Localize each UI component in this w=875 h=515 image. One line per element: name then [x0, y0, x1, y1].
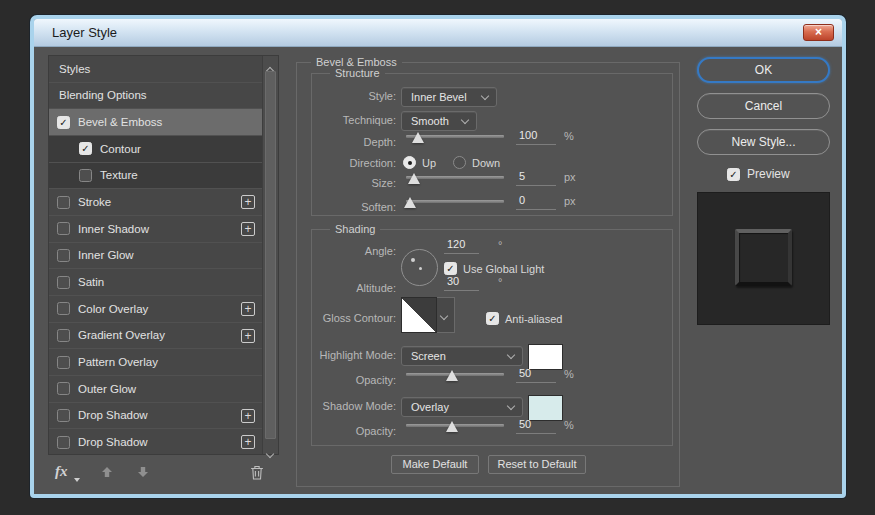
style-list-item[interactable]: Styles [49, 56, 262, 83]
list-scrollbar[interactable] [262, 56, 278, 454]
style-list-item[interactable]: Drop Shadow+ [49, 403, 262, 430]
effect-checkbox[interactable] [57, 356, 70, 369]
scroll-down-icon[interactable] [267, 443, 277, 453]
highlight-opacity-slider[interactable] [406, 367, 504, 381]
style-list-item[interactable]: Texture [49, 163, 262, 190]
style-list-item[interactable]: Blending Options [49, 83, 262, 110]
style-list-item[interactable]: Stroke+ [49, 189, 262, 216]
gloss-contour-thumbnail[interactable] [401, 297, 437, 333]
direction-down-radio[interactable] [453, 156, 466, 169]
ok-button[interactable]: OK [697, 57, 830, 83]
move-effect-up-icon[interactable] [100, 465, 114, 483]
style-list-item[interactable]: Outer Glow [49, 376, 262, 403]
use-global-light-checkbox[interactable]: ✓ [444, 262, 457, 275]
shadow-opacity-slider[interactable] [406, 418, 504, 432]
titlebar[interactable]: Layer Style × [34, 19, 842, 47]
gloss-contour-picker[interactable] [437, 297, 455, 333]
style-list-item[interactable]: Inner Glow [49, 243, 262, 270]
soften-input[interactable]: 0 [516, 194, 556, 210]
close-icon[interactable]: × [803, 24, 834, 41]
style-select[interactable]: Inner Bevel [401, 87, 497, 107]
shadow-mode-label: Shadow Mode: [302, 400, 396, 412]
add-effect-instance-icon[interactable]: + [241, 409, 255, 423]
style-list-item[interactable]: Drop Shadow+ [49, 429, 262, 454]
effect-checkbox[interactable] [79, 169, 92, 182]
effect-checkbox[interactable] [57, 302, 70, 315]
add-effect-instance-icon[interactable]: + [241, 195, 255, 209]
slider-thumb[interactable] [412, 132, 424, 143]
size-unit: px [564, 171, 576, 183]
move-effect-down-icon[interactable] [136, 465, 150, 483]
effect-checkbox[interactable] [57, 329, 70, 342]
delete-effect-icon[interactable] [250, 465, 264, 484]
effect-label: Inner Glow [78, 249, 134, 261]
slider-thumb[interactable] [404, 197, 416, 208]
fx-menu-button[interactable]: fx [55, 463, 68, 480]
style-list-item[interactable]: Color Overlay+ [49, 296, 262, 323]
style-list-item[interactable]: Satin [49, 269, 262, 296]
effect-label: Pattern Overlay [78, 356, 158, 368]
slider-thumb[interactable] [446, 370, 458, 381]
altitude-unit: ° [498, 276, 502, 288]
depth-input[interactable]: 100 [516, 129, 556, 145]
opacity2-unit: % [564, 419, 574, 431]
anti-aliased-checkbox[interactable]: ✓ [486, 312, 499, 325]
size-input[interactable]: 5 [516, 170, 556, 186]
structure-legend: Structure [330, 67, 385, 79]
soften-slider[interactable] [406, 194, 504, 208]
effect-label: Bevel & Emboss [78, 116, 162, 128]
effect-checkbox[interactable] [57, 249, 70, 262]
preview-checkbox[interactable]: ✓ [727, 168, 740, 181]
add-effect-instance-icon[interactable]: + [241, 302, 255, 316]
effect-checkbox[interactable] [57, 436, 70, 449]
highlight-opacity-input[interactable]: 50 [516, 367, 556, 383]
size-label: Size: [302, 177, 396, 189]
altitude-input[interactable]: 30 [444, 275, 479, 291]
angle-dial[interactable] [401, 249, 438, 286]
depth-unit: % [564, 130, 574, 142]
style-list-item[interactable]: ✓Contour [49, 136, 262, 163]
chevron-down-icon [440, 312, 448, 320]
highlight-mode-select[interactable]: Screen [401, 346, 523, 366]
effect-checkbox[interactable] [57, 196, 70, 209]
style-list-item[interactable]: ✓Bevel & Emboss [49, 109, 262, 136]
slider-thumb[interactable] [408, 173, 420, 184]
anti-aliased-label: Anti-aliased [505, 313, 562, 325]
slider-thumb[interactable] [446, 421, 458, 432]
style-label: Style: [302, 90, 396, 102]
shadow-mode-select[interactable]: Overlay [401, 397, 523, 417]
scroll-up-icon[interactable] [267, 60, 277, 70]
style-list-item[interactable]: Pattern Overlay [49, 349, 262, 376]
effect-checkbox[interactable] [57, 276, 70, 289]
add-effect-instance-icon[interactable]: + [241, 329, 255, 343]
angle-input[interactable]: 120 [444, 238, 479, 254]
style-list-item[interactable]: Inner Shadow+ [49, 216, 262, 243]
effect-checkbox[interactable]: ✓ [79, 142, 92, 155]
effect-checkbox[interactable] [57, 382, 70, 395]
new-style-button[interactable]: New Style... [697, 129, 830, 155]
reset-to-default-button[interactable]: Reset to Default [488, 455, 586, 474]
depth-slider[interactable] [406, 129, 504, 143]
effect-checkbox[interactable] [57, 222, 70, 235]
effect-checkbox[interactable] [57, 409, 70, 422]
gloss-contour-label: Gloss Contour: [302, 312, 396, 324]
shadow-opacity-input[interactable]: 50 [516, 418, 556, 434]
opacity1-unit: % [564, 368, 574, 380]
shading-legend: Shading [330, 223, 380, 235]
bevel-preview-square [735, 229, 792, 286]
cancel-button[interactable]: Cancel [697, 93, 830, 119]
direction-up-radio[interactable] [403, 156, 416, 169]
scrollbar-thumb[interactable] [265, 71, 276, 439]
make-default-button[interactable]: Make Default [391, 455, 479, 474]
effect-checkbox[interactable]: ✓ [57, 116, 70, 129]
add-effect-instance-icon[interactable]: + [241, 435, 255, 449]
chevron-down-icon [507, 402, 515, 410]
soften-label: Soften: [302, 201, 396, 213]
effect-label: Blending Options [59, 89, 147, 101]
style-list-item[interactable]: Gradient Overlay+ [49, 323, 262, 350]
technique-select-value: Smooth [411, 115, 449, 127]
technique-select[interactable]: Smooth [401, 111, 477, 131]
add-effect-instance-icon[interactable]: + [241, 222, 255, 236]
highlight-mode-label: Highlight Mode: [302, 349, 396, 361]
size-slider[interactable] [406, 170, 504, 184]
